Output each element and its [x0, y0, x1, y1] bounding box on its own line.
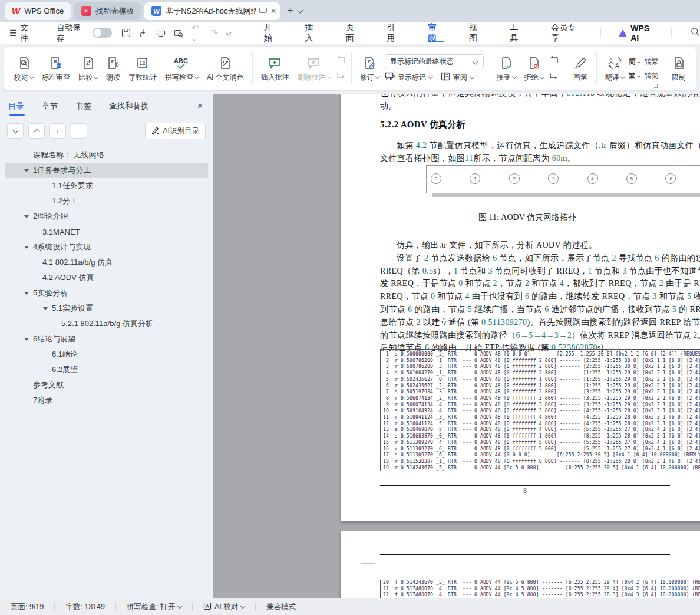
- toc-collapse-icon[interactable]: [24, 338, 29, 341]
- translate-button[interactable]: 文A 翻译: [601, 52, 629, 85]
- print-icon[interactable]: [156, 28, 166, 37]
- tab-list-chevron-icon[interactable]: [297, 7, 303, 13]
- simplified-to-traditional-button[interactable]: 简→ 转繁: [629, 57, 659, 67]
- previous-comment-icon[interactable]: [336, 55, 346, 66]
- autosave-toggle[interactable]: [93, 28, 112, 38]
- toc-item[interactable]: 5实验分析: [5, 285, 208, 301]
- review-pane-button[interactable]: 审阅: [441, 72, 474, 83]
- toc-collapse-icon[interactable]: [24, 169, 29, 172]
- toc-item[interactable]: 1任务要求与分工: [5, 163, 208, 178]
- text-line: 动。: [380, 100, 700, 113]
- menubar-item-7[interactable]: 会员专享: [539, 22, 596, 44]
- previous-change-icon[interactable]: [549, 55, 559, 66]
- draw-pen-button[interactable]: 画笔: [569, 52, 592, 85]
- toc-item[interactable]: 5.2.1 802.11a/b/g 仿真分析: [5, 316, 208, 331]
- toc-collapse-icon[interactable]: [43, 307, 48, 310]
- toc-item[interactable]: 参考文献: [5, 377, 208, 393]
- toc-item[interactable]: 4系统设计与实现: [5, 239, 208, 255]
- sidebar-tab-0[interactable]: 目录: [8, 94, 24, 118]
- toc-item[interactable]: 7附录: [5, 393, 208, 408]
- standard-review-button[interactable]: 标准审查: [38, 52, 74, 85]
- page-indicator[interactable]: 页面: 9/19: [8, 602, 46, 612]
- redo-icon[interactable]: ↷: [210, 28, 218, 38]
- file-menu-button[interactable]: ☰ 文件: [0, 22, 43, 44]
- sidebar-tab-3[interactable]: 查找和替换: [109, 94, 149, 118]
- trace-line: 18 r 0.511530387 _1_ RTR --- 0 AODV 48 […: [383, 459, 700, 465]
- menubar-item-2[interactable]: 页面: [334, 22, 375, 44]
- sidebar-tab-2[interactable]: 书签: [75, 94, 91, 118]
- insert-comment-button[interactable]: 插入批注: [257, 52, 293, 85]
- show-markup-button[interactable]: 显示标记: [385, 72, 432, 83]
- compare-button[interactable]: 比较: [74, 52, 102, 85]
- toc-item[interactable]: 5.1实验设置: [5, 301, 208, 316]
- expand-all-button[interactable]: [7, 123, 24, 139]
- menubar-item-3[interactable]: 引用: [375, 22, 416, 44]
- new-tab-button[interactable]: +: [287, 5, 293, 17]
- spell-check-button[interactable]: ABC 拼写检查: [161, 52, 203, 85]
- document-page-9[interactable]: 20 f 0.514243670 _5_ RTR --- 0 AODV 44 […: [341, 531, 700, 598]
- restrict-edit-button[interactable]: 限制: [668, 52, 690, 85]
- document-page-8[interactable]: 也有较大的容量，但是其传输速度慢，公平率高，802.11b 表现稳定，随着流量数…: [341, 94, 700, 521]
- group-expand-icon[interactable]: [654, 84, 658, 88]
- toc-item[interactable]: 4.2 AODV 仿真: [5, 270, 208, 285]
- traditional-to-simplified-button[interactable]: 繁→ 转简: [629, 71, 659, 81]
- close-tab-icon[interactable]: ✕: [270, 7, 276, 15]
- reject-button[interactable]: 拒绝: [520, 52, 548, 85]
- toc-collapse-icon[interactable]: [24, 215, 29, 218]
- next-change-icon[interactable]: [549, 71, 559, 81]
- print-preview-icon[interactable]: [174, 28, 183, 38]
- toc-item[interactable]: 3.1MANET: [5, 224, 208, 239]
- accept-button[interactable]: 接受: [493, 52, 520, 85]
- zoom-in-outline-button[interactable]: +: [49, 123, 66, 139]
- search-icon[interactable]: [691, 27, 700, 38]
- toc-collapse-icon[interactable]: [24, 246, 29, 249]
- menubar-item-5[interactable]: 视图: [457, 22, 498, 44]
- undo-icon[interactable]: ↶: [191, 22, 203, 43]
- zoom-out-outline-button[interactable]: −: [71, 123, 87, 139]
- delete-comment-button[interactable]: 删除批注: [293, 52, 335, 85]
- menubar-item-1[interactable]: 插入: [292, 22, 334, 44]
- toc-item[interactable]: 6.1结论: [5, 347, 208, 362]
- close-sidebar-icon[interactable]: ✕: [197, 101, 203, 110]
- toc-collapse-icon[interactable]: [24, 292, 29, 295]
- tab-docer[interactable]: AI 找稻壳模板: [74, 2, 141, 20]
- trace-line: 9 r 0.506074134 _4_ RTR --- 0 AODV 48 [0…: [383, 402, 700, 409]
- collapse-all-button[interactable]: [28, 123, 45, 139]
- menubar-item-4[interactable]: 审阅: [415, 22, 457, 44]
- ai-recognize-toc-button[interactable]: AI识别目录: [145, 123, 206, 139]
- sidebar-tab-1[interactable]: 章节: [42, 94, 58, 118]
- tab-document[interactable]: W 基于NS2的Ad-hoc无线网络A ✕: [144, 2, 280, 20]
- document-canvas[interactable]: 也有较大的容量，但是其传输速度慢，公平率高，802.11b 表现稳定，随着流量数…: [213, 94, 700, 598]
- more-quick-actions-chevron-icon[interactable]: [226, 30, 232, 36]
- read-aloud-button[interactable]: 朗读: [102, 52, 124, 85]
- tab-wps-office[interactable]: W WPS Office: [5, 2, 71, 20]
- save-icon[interactable]: [121, 28, 131, 38]
- menubar-item-0[interactable]: 开始: [252, 22, 293, 44]
- toc-item[interactable]: 1.2分工: [5, 193, 208, 209]
- chevron-down-icon: [94, 74, 98, 79]
- next-comment-icon[interactable]: [336, 71, 346, 81]
- spell-check-status[interactable]: 拼写检查: 打开: [124, 602, 184, 612]
- show-markup-label: 显示标记: [398, 73, 426, 83]
- divider: [48, 28, 48, 38]
- proofread-button[interactable]: 校对: [10, 52, 38, 85]
- toc-item[interactable]: 6.2展望: [5, 362, 208, 377]
- word-count-indicator[interactable]: 字数: 13149: [63, 602, 107, 612]
- ai-polish-button[interactable]: AI 全文润色: [203, 52, 248, 85]
- wps-ai-button[interactable]: WPS AI: [619, 24, 659, 42]
- word-count-button[interactable]: 12 字数统计: [124, 52, 161, 85]
- markup-state-select[interactable]: 显示标记的最终状态: [385, 54, 484, 68]
- toc-item[interactable]: 4.1 802.11a/b/g 仿真: [5, 255, 208, 270]
- trace-line: 14 s 0.510603870 _0_ RTR --- 0 AODV 48 […: [383, 433, 700, 440]
- toc-item[interactable]: 6结论与展望: [5, 331, 208, 347]
- track-changes-button[interactable]: 修订: [356, 52, 384, 85]
- ai-proofread-button[interactable]: AI 校对: [201, 602, 247, 612]
- toc-item[interactable]: 课程名称： 无线网络: [5, 147, 208, 163]
- menubar-item-6[interactable]: 工具: [497, 22, 539, 44]
- present-monitor-icon[interactable]: [259, 8, 267, 14]
- divider: [671, 28, 672, 38]
- toc-item-label: 1.2分工: [52, 196, 78, 206]
- toc-item[interactable]: 2理论介绍: [5, 209, 208, 224]
- toc-item[interactable]: 1.1任务要求: [5, 178, 208, 193]
- export-pdf-icon[interactable]: [139, 28, 148, 38]
